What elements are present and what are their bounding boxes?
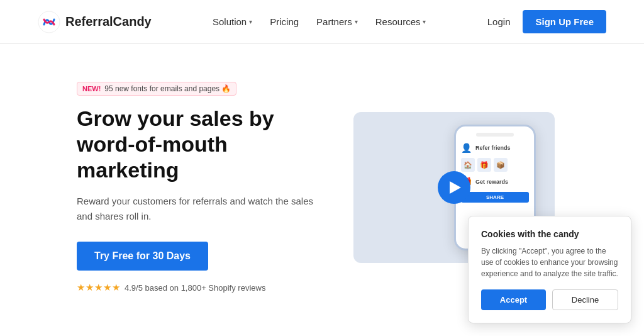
- refer-text: Refer friends: [475, 145, 511, 151]
- cookie-buttons: Accept Decline: [481, 289, 618, 310]
- refer-icon: 👤: [461, 143, 472, 153]
- logo-text: ReferralCandy: [65, 14, 152, 29]
- navbar: ReferralCandy Solution ▾ Pricing Partner…: [0, 0, 644, 44]
- nav-partners[interactable]: Partners ▾: [316, 16, 358, 27]
- cookie-banner: Cookies with the candy By clicking "Acce…: [468, 216, 631, 323]
- nav-solution[interactable]: Solution ▾: [213, 16, 252, 27]
- phone-share-button: SHARE: [461, 192, 529, 203]
- play-triangle-icon: [450, 181, 461, 194]
- hero-title: Grow your sales by word-of-mouth marketi…: [77, 106, 316, 182]
- nav-pricing[interactable]: Pricing: [270, 16, 299, 27]
- partners-chevron-icon: ▾: [355, 18, 358, 25]
- login-button[interactable]: Login: [487, 16, 511, 27]
- cookie-decline-button[interactable]: Decline: [552, 289, 618, 310]
- nav-resources[interactable]: Resources ▾: [375, 16, 426, 27]
- hero-left: NEW! 95 new fonts for emails and pages 🔥…: [77, 82, 316, 293]
- cookie-accept-button[interactable]: Accept: [481, 289, 546, 310]
- rewards-text: Get rewards: [475, 179, 508, 185]
- nav-links: Solution ▾ Pricing Partners ▾ Resources …: [213, 16, 426, 27]
- badge-new-label: NEW!: [82, 85, 101, 92]
- badge-description: 95 new fonts for emails and pages 🔥: [104, 84, 231, 93]
- logo[interactable]: ReferralCandy: [38, 11, 152, 33]
- rating-row: ★★★★★ 4.9/5 based on 1,800+ Shopify revi…: [77, 282, 316, 293]
- video-play-button[interactable]: [438, 171, 470, 204]
- cta-button[interactable]: Try Free for 30 Days: [77, 242, 208, 271]
- stars-icon: ★★★★★: [77, 282, 121, 293]
- cookie-title: Cookies with the candy: [481, 229, 618, 239]
- hero-subtitle: Reward your customers for referrals and …: [77, 194, 316, 224]
- resources-chevron-icon: ▾: [423, 18, 426, 25]
- cookie-text: By clicking "Accept", you agree to the u…: [481, 245, 618, 279]
- signup-button[interactable]: Sign Up Free: [523, 10, 606, 33]
- new-badge: NEW! 95 new fonts for emails and pages 🔥: [77, 82, 236, 96]
- rating-text: 4.9/5 based on 1,800+ Shopify reviews: [125, 283, 265, 293]
- solution-chevron-icon: ▾: [249, 18, 252, 25]
- nav-right: Login Sign Up Free: [487, 10, 606, 33]
- phone-rewards-item: 🎁 Get rewards: [461, 177, 529, 187]
- phone-refer-item: 👤 Refer friends: [461, 143, 529, 153]
